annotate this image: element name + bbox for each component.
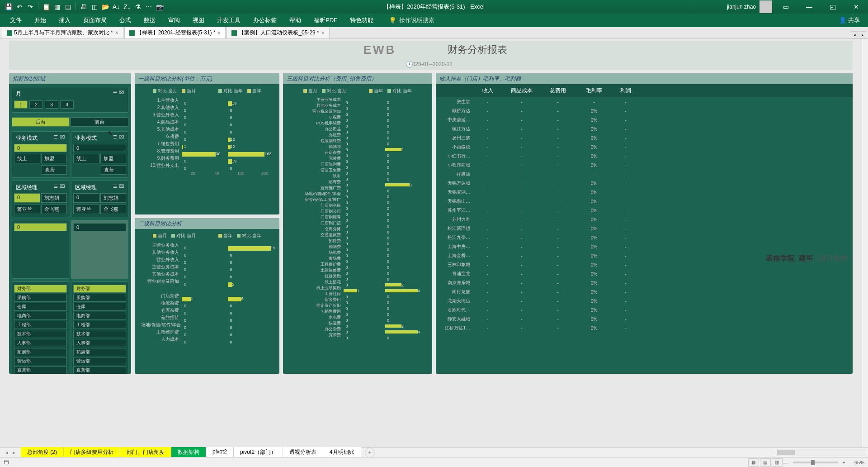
paste-icon[interactable]: 📋: [41, 2, 51, 12]
zoom-level[interactable]: 65%: [846, 460, 864, 465]
slicer-item[interactable]: 金飞燕: [100, 205, 127, 214]
slicer-item[interactable]: 金飞燕: [41, 205, 67, 214]
maximize-icon[interactable]: ◱: [823, 0, 843, 14]
tab-formula[interactable]: 公式: [113, 14, 137, 27]
slicer-item[interactable]: 采购部: [14, 294, 67, 302]
slicer-item[interactable]: 直营部: [14, 366, 67, 374]
tab-file[interactable]: 文件: [4, 14, 28, 27]
tab-view[interactable]: 视图: [186, 14, 211, 27]
add-sheet-button[interactable]: +: [365, 448, 375, 457]
close-icon[interactable]: ✕: [846, 0, 866, 14]
user-avatar[interactable]: [760, 0, 772, 13]
multiselect-icon[interactable]: ☰: [113, 90, 117, 98]
slicer-item[interactable]: 技术部: [14, 330, 67, 338]
sheet-nav-first-icon[interactable]: ◂: [4, 449, 10, 456]
slicer-item[interactable]: 财务部: [14, 285, 67, 293]
sort-desc-icon[interactable]: Z↓: [122, 2, 132, 12]
slicer-item[interactable]: 2: [29, 100, 43, 109]
slicer-item[interactable]: 直营部: [73, 366, 126, 374]
more-icon[interactable]: ⋯: [144, 2, 154, 12]
tab-foxit[interactable]: 福昕PDF: [307, 14, 344, 27]
share-button[interactable]: 👤 共享: [835, 14, 864, 26]
page-layout-icon[interactable]: ▤: [760, 458, 771, 467]
tab-close-icon[interactable]: ✕: [217, 30, 221, 35]
slicer-item[interactable]: 直营: [42, 165, 67, 175]
horizontal-scrollbar[interactable]: [776, 449, 866, 456]
slicer-item[interactable]: 拓展部: [14, 348, 67, 356]
slicer-item[interactable]: 刘志娟: [41, 193, 67, 203]
tab-special[interactable]: 特色功能: [344, 14, 380, 27]
page-break-icon[interactable]: ▥: [772, 458, 783, 467]
slicer-item[interactable]: 技术部: [73, 330, 126, 338]
slicer-item[interactable]: 0: [73, 193, 99, 203]
slicer-item[interactable]: 3: [45, 100, 58, 109]
tab-close-icon[interactable]: ✕: [321, 30, 325, 35]
sheet-tab[interactable]: 门店多级费用分析: [64, 447, 120, 457]
sheet-tab[interactable]: 透视分析表: [283, 447, 323, 457]
slicer-item[interactable]: 0: [14, 144, 67, 152]
tab-dev[interactable]: 开发工具: [211, 14, 247, 27]
undo-icon[interactable]: ↶: [14, 2, 24, 12]
slicer-item[interactable]: 电商部: [73, 312, 126, 320]
workbook-tab[interactable]: 5月上半月与下半月拜访家数、家次对比 *✕: [2, 27, 123, 38]
slicer-item[interactable]: 4: [60, 100, 74, 109]
slicer-item[interactable]: 营运部: [14, 357, 67, 365]
slicer-item[interactable]: 蒋亚兰: [73, 205, 99, 214]
sheet-nav-last-icon[interactable]: ▸: [11, 449, 17, 456]
slicer-item[interactable]: 拓展部: [73, 348, 126, 356]
sheet-tab[interactable]: pivot2: [206, 447, 234, 457]
slicer-item[interactable]: 电商部: [14, 312, 67, 320]
slicer-item[interactable]: 财务部: [73, 285, 126, 293]
sheet-tab[interactable]: 总部角度 (2): [21, 447, 64, 457]
ribbon-options-icon[interactable]: ▭: [776, 0, 796, 14]
vertical-scrollbar[interactable]: [862, 39, 868, 447]
clear-icon[interactable]: ⌧: [119, 90, 124, 98]
zoom-out-icon[interactable]: —: [783, 460, 788, 465]
slicer-item[interactable]: 人事部: [73, 339, 126, 347]
tell-me-search[interactable]: 💡 操作说明搜索: [389, 16, 434, 24]
sheet-tab[interactable]: 部门、门店角度: [120, 447, 171, 457]
slicer-item[interactable]: 工程部: [14, 321, 67, 329]
slicer-item[interactable]: 刘志娟: [100, 193, 127, 203]
minimize-icon[interactable]: —: [799, 0, 819, 14]
sheet-tab[interactable]: 4月明细账: [323, 447, 361, 457]
slicer-item[interactable]: 线上: [73, 154, 99, 163]
scroll-right-icon[interactable]: ▸: [859, 31, 866, 38]
slicer-item[interactable]: 0: [14, 193, 40, 203]
tab-insert[interactable]: 插入: [52, 14, 77, 27]
tab-close-icon[interactable]: ✕: [115, 30, 118, 35]
slicer-item[interactable]: 0: [73, 223, 126, 231]
slicer-item[interactable]: 线上: [14, 154, 40, 163]
slicer-item[interactable]: 0: [73, 144, 126, 152]
redo-icon[interactable]: ↷: [25, 2, 35, 12]
print-icon[interactable]: 🖶: [79, 2, 89, 12]
slicer-item[interactable]: 直营: [101, 165, 126, 175]
zoom-slider[interactable]: [793, 462, 838, 463]
sheet-tab[interactable]: pivot2（部门）: [234, 447, 283, 457]
save-icon[interactable]: 💾: [4, 2, 14, 12]
fill-icon[interactable]: ▤: [63, 2, 73, 12]
border-icon[interactable]: ▦: [52, 2, 62, 12]
slicer-item[interactable]: 工程部: [73, 321, 126, 329]
screenshot-icon[interactable]: 📷: [155, 2, 165, 12]
sort-asc-icon[interactable]: A↓: [111, 2, 121, 12]
slicer-item[interactable]: 前台: [71, 117, 128, 127]
zoom-in-icon[interactable]: +: [843, 460, 845, 465]
tab-data[interactable]: 数据: [137, 14, 162, 27]
slicer-item[interactable]: 人事部: [14, 339, 67, 347]
tab-home[interactable]: 开始: [28, 14, 52, 27]
tab-office[interactable]: 办公标签: [247, 14, 283, 27]
normal-view-icon[interactable]: ▦: [748, 458, 759, 467]
slicer-item[interactable]: 0: [14, 223, 67, 231]
slicer-item[interactable]: 仓库: [73, 303, 126, 311]
slicer-item[interactable]: 营运部: [73, 357, 126, 365]
slicer-item[interactable]: 仓库: [14, 303, 67, 311]
open-icon[interactable]: 📂: [100, 2, 110, 12]
tab-review[interactable]: 审阅: [162, 14, 186, 27]
tab-help[interactable]: 帮助: [283, 14, 307, 27]
sheet-tab[interactable]: 数据架构: [171, 447, 206, 457]
new-icon[interactable]: ◫: [90, 2, 99, 12]
slicer-item[interactable]: 1: [14, 100, 28, 109]
slicer-item[interactable]: 加盟: [100, 154, 127, 163]
slicer-item[interactable]: 加盟: [41, 154, 67, 163]
